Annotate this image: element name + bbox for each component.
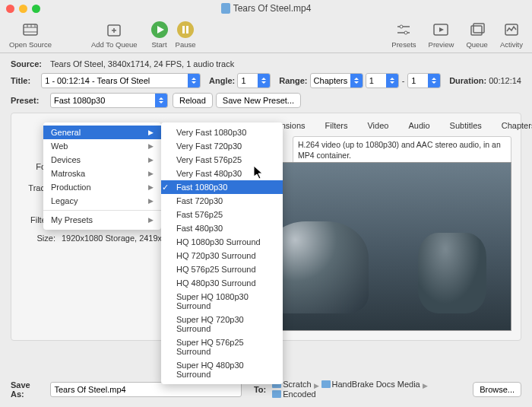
duration-value: 00:12:14 (489, 76, 521, 85)
activity-icon (502, 21, 521, 39)
queue-button[interactable]: Queue (463, 19, 491, 50)
breadcrumb-separator-icon: ▶ (423, 382, 428, 390)
svg-point-17 (404, 31, 407, 34)
activity-button[interactable]: Activity (497, 19, 526, 50)
tab-audio[interactable]: Audio (404, 119, 434, 132)
queue-icon (467, 21, 487, 39)
preset-item[interactable]: HQ 720p30 Surround (161, 249, 283, 262)
folder-icon (321, 380, 331, 388)
tab-filters[interactable]: Filters (321, 119, 353, 132)
presets-button[interactable]: Presets (388, 19, 419, 50)
preset-item[interactable]: Super HQ 1080p30 Surround (161, 290, 283, 313)
preset-item[interactable]: ✓Fast 1080p30 (161, 180, 283, 194)
angle-select[interactable] (237, 73, 271, 88)
save-new-preset-button[interactable]: Save New Preset... (216, 93, 301, 108)
document-icon (221, 3, 230, 14)
pause-button[interactable]: Pause (173, 19, 199, 50)
range-type-select[interactable] (310, 73, 363, 88)
preset-select[interactable] (50, 93, 168, 108)
window-title-text: Tears Of Steel.mp4 (233, 3, 312, 14)
preset-item[interactable]: Fast 576p25 (161, 208, 283, 221)
preset-category-legacy[interactable]: Legacy▶ (43, 194, 161, 208)
range-from-select[interactable] (366, 73, 399, 88)
titlebar: Tears Of Steel.mp4 (0, 0, 532, 17)
breadcrumb-separator-icon: ▶ (314, 382, 319, 390)
svg-point-16 (400, 25, 403, 28)
toolbar-label: Activity (500, 40, 523, 49)
source-value: Tears Of Steel, 3840x1714, 24 FPS, 1 aud… (50, 59, 234, 68)
preset-info-box: H.264 video (up to 1080p30) and AAC ster… (293, 136, 511, 164)
svg-rect-13 (186, 26, 188, 33)
chevron-updown-icon (386, 74, 398, 87)
saveas-input[interactable] (50, 382, 241, 397)
title-select[interactable] (41, 73, 201, 88)
chevron-right-icon: ▶ (148, 216, 154, 224)
tab-video[interactable]: Video (363, 119, 393, 132)
to-label: To: (254, 385, 266, 394)
toolbar-label: Pause (176, 40, 196, 49)
reload-button[interactable]: Reload (173, 93, 213, 108)
duration-label: Duration: (449, 76, 486, 85)
chevron-updown-icon (155, 94, 167, 107)
chevron-right-icon: ▶ (148, 170, 154, 177)
film-icon (21, 21, 40, 39)
chevron-right-icon: ▶ (148, 129, 154, 136)
preset-item[interactable]: Super HQ 576p25 Surround (161, 335, 283, 358)
browse-button[interactable]: Browse... (473, 382, 521, 397)
path-segment[interactable]: HandBrake Docs Media (321, 380, 420, 389)
chevron-right-icon: ▶ (148, 197, 154, 205)
title-label: Title: (11, 76, 41, 85)
path-segment[interactable]: Encoded (272, 390, 315, 399)
preset-category-general[interactable]: General▶ (43, 126, 161, 139)
check-icon: ✓ (160, 183, 169, 192)
preset-category-devices[interactable]: Devices▶ (43, 153, 161, 167)
preset-category-production[interactable]: Production▶ (43, 180, 161, 194)
svg-point-11 (177, 21, 194, 38)
preset-category-matroska[interactable]: Matroska▶ (43, 167, 161, 180)
preset-submenu: Very Fast 1080p30Very Fast 720p30Very Fa… (161, 122, 283, 384)
preview-icon (431, 21, 451, 39)
start-button[interactable]: Start (147, 19, 173, 50)
toolbar-label: Queue (466, 40, 488, 49)
toolbar-label: Preview (429, 40, 454, 49)
pause-icon (176, 21, 195, 39)
chevron-right-icon: ▶ (148, 142, 154, 150)
preset-item[interactable]: Very Fast 576p25 (161, 153, 283, 167)
chevron-right-icon: ▶ (148, 156, 154, 164)
preset-category-my-presets[interactable]: My Presets▶ (43, 213, 161, 227)
app-window: Tears Of Steel.mp4 Open Source Add To Qu… (0, 0, 532, 407)
toolbar: Open Source Add To Queue Start Pause Pre… (0, 17, 532, 53)
preview-button[interactable]: Preview (426, 19, 458, 50)
preset-item[interactable]: Very Fast 480p30 (161, 167, 283, 180)
preset-item[interactable]: Very Fast 1080p30 (161, 126, 283, 139)
chevron-updown-icon (258, 74, 270, 87)
add-to-queue-button[interactable]: Add To Queue (88, 19, 141, 50)
preset-category-web[interactable]: Web▶ (43, 139, 161, 153)
sliders-icon (394, 21, 413, 39)
tab-chapters[interactable]: Chapters (497, 119, 532, 132)
preset-item[interactable]: Fast 480p30 (161, 221, 283, 235)
chevron-updown-icon (428, 74, 440, 87)
preset-item[interactable]: HQ 576p25 Surround (161, 262, 283, 276)
size-label: Size: (21, 234, 55, 243)
chevron-updown-icon (188, 74, 200, 87)
destination-path[interactable]: Scratch▶ HandBrake Docs Media▶ Encoded (272, 380, 467, 399)
preset-item[interactable]: Very Fast 720p30 (161, 139, 283, 153)
svg-rect-21 (473, 24, 484, 33)
preset-value[interactable] (50, 93, 168, 108)
title-select-value[interactable] (41, 73, 201, 88)
preset-item[interactable]: Super HQ 480p30 Surround (161, 358, 283, 381)
preset-item[interactable]: HQ 480p30 Surround (161, 276, 283, 290)
svg-rect-12 (182, 26, 185, 33)
source-label: Source: (11, 59, 50, 68)
folder-icon (272, 390, 281, 398)
svg-rect-20 (471, 26, 482, 35)
toolbar-label: Add To Queue (91, 40, 138, 49)
open-source-button[interactable]: Open Source (6, 19, 55, 50)
preset-item[interactable]: HQ 1080p30 Surround (161, 235, 283, 249)
tab-subtitles[interactable]: Subtitles (445, 119, 486, 132)
chevron-right-icon: ▶ (148, 183, 154, 191)
range-to-select[interactable] (407, 73, 441, 88)
preset-item[interactable]: Super HQ 720p30 Surround (161, 313, 283, 335)
preset-item[interactable]: Fast 720p30 (161, 194, 283, 208)
